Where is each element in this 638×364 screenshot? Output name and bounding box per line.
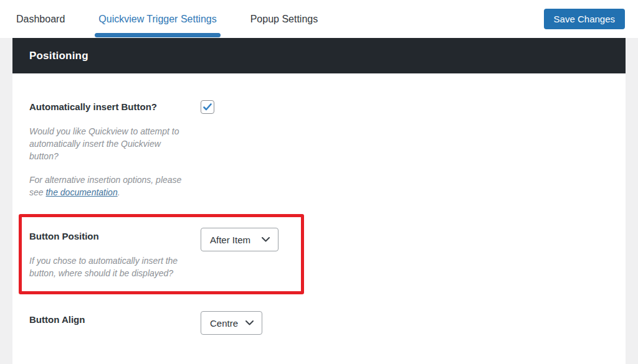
button-position-label-column: Button Position If you chose to automati… xyxy=(29,230,201,279)
topbar-spacer xyxy=(318,0,543,38)
button-position-selected-value: After Item xyxy=(210,235,250,245)
help-text-suffix: . xyxy=(118,187,120,197)
chevron-down-icon xyxy=(262,237,270,242)
button-align-label: Button Align xyxy=(29,313,201,327)
red-highlight-annotation: Button Position If you chose to automati… xyxy=(19,214,304,294)
documentation-link[interactable]: the documentation xyxy=(45,187,117,197)
check-icon xyxy=(203,103,212,111)
tab-popup-settings[interactable]: Popup Settings xyxy=(250,0,318,38)
setting-row-button-align: Button Align Centre xyxy=(12,313,626,335)
auto-insert-label: Automatically insert Button? xyxy=(29,100,201,114)
button-align-label-column: Button Align xyxy=(29,313,201,327)
button-position-help-text: If you chose to automatically insert the… xyxy=(29,254,185,279)
tab-dashboard[interactable]: Dashboard xyxy=(16,0,65,38)
button-position-label: Button Position xyxy=(29,230,201,243)
tab-list: Dashboard Quickview Trigger Settings Pop… xyxy=(16,0,318,38)
auto-insert-help-text-2: For alternative insertion options, pleas… xyxy=(29,174,185,198)
save-changes-button[interactable]: Save Changes xyxy=(544,9,625,29)
button-position-select[interactable]: After Item xyxy=(201,228,279,251)
button-align-select[interactable]: Centre xyxy=(201,311,262,335)
settings-tab-bar: Dashboard Quickview Trigger Settings Pop… xyxy=(0,0,638,38)
auto-insert-label-column: Automatically insert Button? Would you l… xyxy=(29,100,201,198)
button-align-selected-value: Centre xyxy=(210,318,238,329)
auto-insert-checkbox[interactable] xyxy=(201,100,214,114)
positioning-settings-card: Positioning Automatically insert Button?… xyxy=(12,38,626,364)
section-title: Positioning xyxy=(29,50,88,62)
tab-quickview-trigger-settings[interactable]: Quickview Trigger Settings xyxy=(98,0,216,38)
auto-insert-help-text: Would you like Quickview to attempt to a… xyxy=(29,125,185,162)
section-header: Positioning xyxy=(12,38,626,73)
setting-row-auto-insert: Automatically insert Button? Would you l… xyxy=(12,100,626,198)
setting-row-button-position: Button Position If you chose to automati… xyxy=(22,230,301,279)
section-body: Automatically insert Button? Would you l… xyxy=(12,73,626,335)
chevron-down-icon xyxy=(245,320,254,325)
